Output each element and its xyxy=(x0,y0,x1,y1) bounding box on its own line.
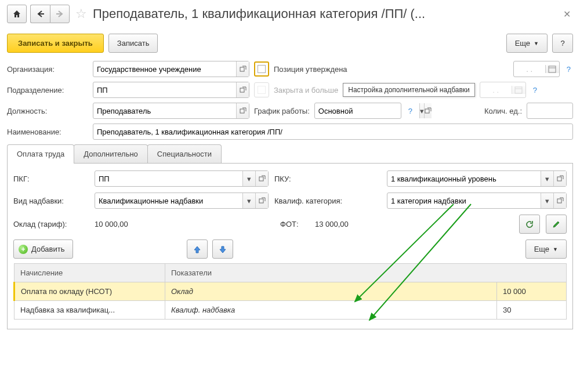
row-subdiv: Подразделение: Закрыта и больше Настройк… xyxy=(7,82,573,98)
move-up-button[interactable] xyxy=(187,239,208,259)
table-row[interactable]: Оплата по окладу (НСОТ) Оклад 10 000 xyxy=(14,282,567,301)
arrow-down-icon xyxy=(219,245,227,253)
open-icon xyxy=(240,86,246,93)
tab-pay[interactable]: Оплата труда xyxy=(7,144,74,163)
label-qty: Колич. ед.: xyxy=(484,107,522,115)
pencil-icon xyxy=(552,220,560,228)
row-salary: Оклад (тариф): 10 000,00 ФОТ: 13 000,00 xyxy=(13,215,567,234)
date-closed-picker xyxy=(512,86,525,94)
home-icon xyxy=(12,9,21,19)
position-input[interactable] xyxy=(93,103,236,118)
save-button[interactable]: Записать xyxy=(108,34,158,53)
accruals-table: Начисление Показатели Оплата по окладу (… xyxy=(13,263,567,320)
qty-field: ▲▼ xyxy=(527,103,573,119)
open-icon xyxy=(259,197,266,204)
col-indicators: Показатели xyxy=(165,264,567,282)
qty-input[interactable] xyxy=(527,103,580,118)
org-open-button[interactable] xyxy=(236,61,249,77)
label-pku: ПКУ: xyxy=(274,175,303,183)
open-icon xyxy=(259,175,266,182)
svg-rect-9 xyxy=(557,177,561,181)
grid-more-label: Еще xyxy=(534,245,549,253)
cell-indicator: Оклад xyxy=(165,282,497,301)
close-button[interactable]: ✕ xyxy=(561,6,573,22)
tabs: Оплата труда Дополнительно Специальности xyxy=(7,144,573,164)
subdiv-field xyxy=(93,82,249,98)
pkg-dropdown-button[interactable]: ▾ xyxy=(242,171,255,186)
org-input[interactable] xyxy=(93,61,236,77)
grid-toolbar: + Добавить Еще ▼ xyxy=(13,239,567,259)
page-title: Преподаватель, 1 квалификационная катего… xyxy=(93,6,557,21)
schedule-dropdown-button[interactable]: ▾ xyxy=(419,103,424,118)
tab-specialties[interactable]: Специальности xyxy=(147,144,222,163)
org-field xyxy=(93,61,249,77)
calendar-icon xyxy=(548,65,556,73)
label-org: Организация: xyxy=(7,65,88,74)
move-down-button[interactable] xyxy=(212,239,233,259)
cell-accrual: Надбавка за квалификац... xyxy=(14,301,165,320)
more-button[interactable]: Еще ▼ xyxy=(506,34,548,53)
refresh-icon xyxy=(525,220,534,228)
home-button[interactable] xyxy=(7,5,27,23)
pku-dropdown-button[interactable]: ▾ xyxy=(541,171,553,186)
date-closed-value: . . xyxy=(480,86,512,95)
qual-cat-open-button[interactable] xyxy=(553,193,566,208)
table-header-row: Начисление Показатели xyxy=(14,264,567,282)
open-icon xyxy=(240,107,246,114)
pkg-open-button[interactable] xyxy=(255,171,268,186)
open-icon xyxy=(557,175,564,182)
save-and-close-button[interactable]: Записать и закрыть xyxy=(7,34,104,53)
date-approved-value[interactable]: . . xyxy=(514,65,545,74)
position-open-button[interactable] xyxy=(236,103,249,118)
nav-group xyxy=(30,5,70,23)
svg-rect-6 xyxy=(240,109,244,113)
schedule-input[interactable] xyxy=(315,103,419,118)
pku-input[interactable] xyxy=(387,171,541,186)
qual-cat-field: ▾ xyxy=(387,193,567,209)
schedule-open-button[interactable] xyxy=(424,103,432,118)
add-button[interactable]: + Добавить xyxy=(13,239,73,259)
subdiv-open-button[interactable] xyxy=(236,82,249,97)
name-input[interactable] xyxy=(93,124,572,139)
qual-cat-input[interactable] xyxy=(387,193,541,208)
svg-rect-3 xyxy=(240,88,244,92)
name-field xyxy=(93,124,573,140)
pkg-input[interactable] xyxy=(95,171,242,186)
help-schedule[interactable]: ? xyxy=(406,107,415,115)
help-date-closed[interactable]: ? xyxy=(531,86,539,95)
arrow-right-icon xyxy=(56,10,64,18)
position-approved-checkbox[interactable] xyxy=(254,61,269,77)
date-closed: . . xyxy=(480,82,526,98)
forward-button[interactable] xyxy=(50,5,70,23)
label-pkg: ПКГ: xyxy=(13,175,89,183)
label-schedule: График работы: xyxy=(254,107,310,115)
refresh-button[interactable] xyxy=(519,215,540,234)
help-button[interactable]: ? xyxy=(552,34,573,53)
pku-open-button[interactable] xyxy=(553,171,566,186)
date-approved-picker[interactable] xyxy=(545,65,559,73)
qual-cat-dropdown-button[interactable]: ▾ xyxy=(541,193,553,208)
add-label: Добавить xyxy=(31,245,64,253)
allow-type-input[interactable] xyxy=(95,193,242,208)
cell-value: 30 xyxy=(497,301,567,320)
allow-type-open-button[interactable] xyxy=(255,193,268,208)
tab-pay-body: ПКГ: ▾ ПКУ: ▾ Вид надбавки: ▾ Квалиф. ка… xyxy=(7,164,573,329)
help-date-approved[interactable]: ? xyxy=(564,65,573,74)
open-icon xyxy=(425,107,432,114)
pku-field: ▾ xyxy=(387,170,567,187)
svg-rect-1 xyxy=(549,66,556,72)
chevron-down-icon: ▼ xyxy=(553,246,558,252)
allow-type-dropdown-button[interactable]: ▾ xyxy=(242,193,255,208)
back-button[interactable] xyxy=(30,5,50,23)
favorite-icon[interactable]: ☆ xyxy=(75,6,87,21)
edit-button[interactable] xyxy=(546,215,567,234)
subdiv-input[interactable] xyxy=(93,82,236,97)
label-salary: Оклад (тариф): xyxy=(13,220,89,228)
label-closed: Закрыта и больше xyxy=(274,86,338,95)
svg-rect-0 xyxy=(240,67,244,71)
grid-more-button[interactable]: Еще ▼ xyxy=(525,239,567,259)
cell-accrual: Оплата по окладу (НСОТ) xyxy=(14,282,165,301)
tab-additional[interactable]: Дополнительно xyxy=(74,144,148,163)
table-row[interactable]: Надбавка за квалификац... Квалиф. надбав… xyxy=(14,301,567,320)
row-org: Организация: Позиция утверждена . . ? xyxy=(7,61,573,77)
